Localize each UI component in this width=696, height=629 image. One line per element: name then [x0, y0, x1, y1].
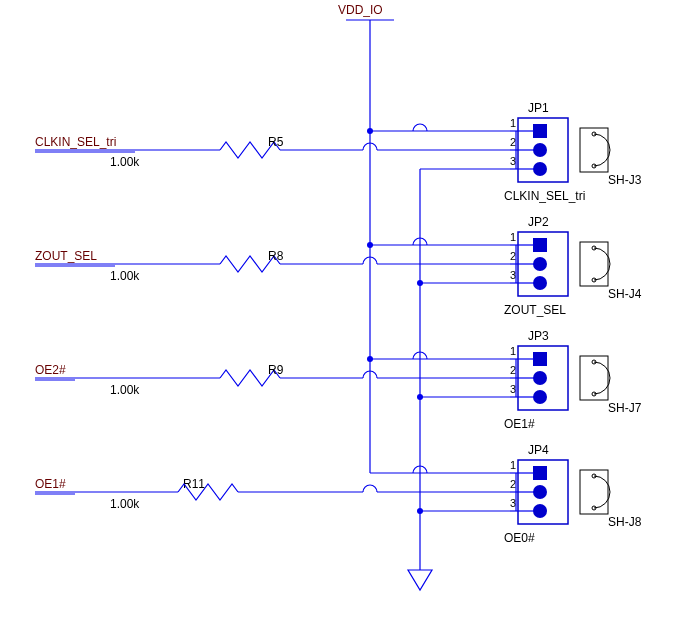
power-vdd-label: VDD_IO [338, 3, 383, 17]
resistor-r0-val: 1.00k [110, 155, 140, 169]
svg-text:1: 1 [510, 345, 516, 357]
svg-point-31 [533, 143, 547, 157]
resistor-r2-ref: R9 [268, 363, 284, 377]
jumper-j3-name: OE0# [504, 531, 535, 545]
jumper-jp2: 1 2 3 JP2 ZOUT_SEL SH-J4 [504, 215, 642, 317]
resistor-r1-ref: R8 [268, 249, 284, 263]
svg-text:3: 3 [510, 155, 516, 167]
row-zout-sel: ZOUT_SEL R8 1.00k 1 2 3 JP2 ZOUT_SEL [35, 215, 642, 317]
shunt-j3: SH-J8 [608, 515, 642, 529]
svg-point-21 [417, 280, 423, 286]
netlabel-n1: ZOUT_SEL [35, 249, 97, 263]
jumper-j2-ref: JP3 [528, 329, 549, 343]
svg-text:2: 2 [510, 364, 516, 376]
svg-rect-98 [580, 470, 608, 514]
jumper-j2-name: OE1# [504, 417, 535, 431]
gnd-bus [408, 124, 510, 590]
jumper-j1-name: ZOUT_SEL [504, 303, 566, 317]
svg-marker-24 [408, 570, 432, 590]
resistor-r0-ref: R5 [268, 135, 284, 149]
svg-point-70 [533, 390, 547, 404]
shunt-j0: SH-J3 [608, 173, 642, 187]
svg-rect-68 [533, 352, 547, 366]
jumper-j0-ref: JP1 [528, 101, 549, 115]
svg-text:2: 2 [510, 136, 516, 148]
jumper-j0-name: CLKIN_SEL_tri [504, 189, 585, 203]
resistor-r2-val: 1.00k [110, 383, 140, 397]
resistor-r3-val: 1.00k [110, 497, 140, 511]
jumper-j3-ref: JP4 [528, 443, 549, 457]
svg-text:3: 3 [510, 497, 516, 509]
svg-text:1: 1 [510, 231, 516, 243]
svg-text:2: 2 [510, 478, 516, 490]
svg-point-69 [533, 371, 547, 385]
resistor-r1-val: 1.00k [110, 269, 140, 283]
netlabel-n3: OE1# [35, 477, 66, 491]
jumper-j1-ref: JP2 [528, 215, 549, 229]
svg-point-88 [533, 485, 547, 499]
svg-point-51 [533, 276, 547, 290]
resistor-r3-ref: R11 [183, 477, 205, 491]
svg-point-12 [367, 356, 373, 362]
svg-rect-41 [580, 128, 608, 172]
netlabel-n2: OE2# [35, 363, 66, 377]
svg-rect-87 [533, 466, 547, 480]
row-oe1: OE1# R11 1.00k 1 2 3 JP4 OE0# SH-J8 [35, 443, 642, 545]
power-vdd: VDD_IO [338, 3, 510, 492]
svg-rect-30 [533, 124, 547, 138]
row-clkin-sel: CLKIN_SEL_tri R5 1.00k 1 2 3 JP1 CLKIN_S… [35, 101, 642, 203]
svg-point-10 [367, 128, 373, 134]
jumper-jp4: 1 2 3 JP4 OE0# SH-J8 [504, 443, 642, 545]
svg-point-22 [417, 394, 423, 400]
jumper-jp1: 1 2 3 JP1 CLKIN_SEL_tri SH-J3 [504, 101, 642, 203]
svg-point-11 [367, 242, 373, 248]
svg-text:1: 1 [510, 117, 516, 129]
shunt-j2: SH-J7 [608, 401, 642, 415]
svg-text:3: 3 [510, 383, 516, 395]
svg-point-50 [533, 257, 547, 271]
jumper-jp3: 1 2 3 JP3 OE1# SH-J7 [504, 329, 642, 431]
svg-text:1: 1 [510, 459, 516, 471]
row-oe2: OE2# R9 1.00k 1 2 3 JP3 OE1# SH-J7 [35, 329, 642, 431]
schematic: VDD_IO [0, 0, 696, 629]
svg-text:3: 3 [510, 269, 516, 281]
svg-rect-49 [533, 238, 547, 252]
shunt-j1: SH-J4 [608, 287, 642, 301]
svg-point-32 [533, 162, 547, 176]
svg-rect-79 [580, 356, 608, 400]
netlabel-n0: CLKIN_SEL_tri [35, 135, 116, 149]
svg-point-23 [417, 508, 423, 514]
svg-point-89 [533, 504, 547, 518]
svg-text:2: 2 [510, 250, 516, 262]
svg-rect-60 [580, 242, 608, 286]
